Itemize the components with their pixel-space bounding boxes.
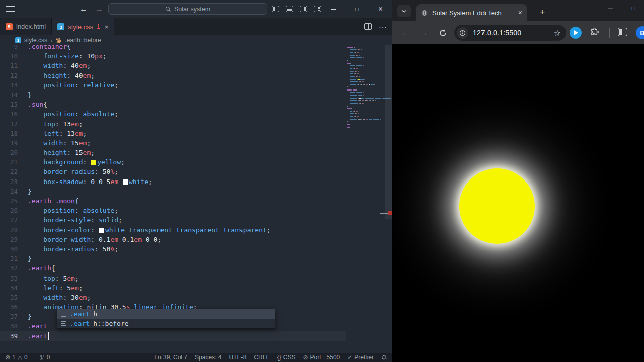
- customize-layout-icon[interactable]: [314, 6, 321, 12]
- browser-maximize-button[interactable]: □: [623, 0, 643, 16]
- tab-style-css[interactable]: 3 style.css 1 ×: [52, 18, 114, 35]
- code-line[interactable]: 11 width: 40em;: [0, 61, 346, 70]
- new-tab-button[interactable]: +: [535, 5, 549, 19]
- menu-hamburger-icon[interactable]: [6, 6, 15, 12]
- code-line[interactable]: 31}: [0, 254, 346, 263]
- breadcrumb-symbol[interactable]: .earth::before: [65, 37, 101, 44]
- line-number: 35: [0, 293, 28, 302]
- layout-controls: [272, 0, 321, 18]
- line-number: 23: [0, 177, 28, 187]
- browser-tab[interactable]: Solar System Eddi Tech ×: [416, 4, 527, 21]
- code-line[interactable]: 18 left: 13em;: [0, 129, 346, 138]
- tab-search-button[interactable]: [397, 5, 411, 17]
- code-line[interactable]: 24}: [0, 187, 346, 196]
- editor-actions: ···: [364, 18, 387, 35]
- browser-minimize-button[interactable]: ─: [600, 0, 620, 16]
- vscode-maximize-button[interactable]: □: [345, 0, 369, 18]
- code-line[interactable]: 35 width: 30em;: [0, 293, 346, 302]
- code-line[interactable]: 21 background: yellow;: [0, 157, 346, 167]
- extensions-puzzle-icon[interactable]: [590, 27, 599, 39]
- code-line[interactable]: 39.eart: [0, 331, 346, 341]
- code-line[interactable]: 12 height: 40em;: [0, 71, 346, 80]
- indentation[interactable]: Spaces: 4: [195, 354, 221, 361]
- address-bar[interactable]: 127.0.0.1:5500 ☆: [454, 25, 566, 41]
- problems-errors[interactable]: ⊗ 1: [5, 354, 16, 361]
- code-line[interactable]: 15.sun{: [0, 100, 346, 109]
- live-server-port[interactable]: ⊘ Port : 5500: [303, 354, 340, 361]
- code-line[interactable]: 28 border-color: white transparent trans…: [0, 225, 346, 235]
- history-back-icon[interactable]: ←: [78, 4, 89, 15]
- code-line[interactable]: 22 border-radius: 50%;: [0, 167, 346, 176]
- breadcrumb-file[interactable]: style.css: [24, 37, 47, 44]
- code-line[interactable]: 17 top: 13em;: [0, 119, 346, 129]
- code-line[interactable]: 14}: [0, 90, 346, 100]
- code-editor[interactable]: 9.container{10 font-size: 10px;11 width:…: [0, 45, 392, 353]
- code-line[interactable]: 33 top: 5em;: [0, 274, 346, 283]
- code-line[interactable]: 30 border-radius: 50%;: [0, 244, 346, 254]
- tab-label: style.css: [68, 23, 93, 31]
- vscode-tabbar: 5 index.html 3 style.css 1 × ···: [0, 18, 392, 35]
- vscode-close-button[interactable]: ×: [369, 0, 392, 18]
- code-line[interactable]: 9.container{: [0, 45, 346, 51]
- code-line[interactable]: 32.earth{: [0, 263, 346, 273]
- eol-sequence[interactable]: CRLF: [254, 354, 269, 361]
- code-line[interactable]: 20 height: 15em;: [0, 148, 346, 157]
- cursor-position[interactable]: Ln 39, Col 7: [154, 354, 187, 361]
- suggestion-item[interactable]: .earth::before: [57, 319, 275, 328]
- code-line[interactable]: 29 border-width: 0.1em 0.1em 0 0;: [0, 235, 346, 244]
- error-count: 1: [12, 354, 16, 361]
- toggle-sidebar-icon[interactable]: [272, 6, 279, 12]
- line-number: 39: [0, 331, 28, 341]
- site-info-button[interactable]: [457, 27, 468, 39]
- error-icon: ⊗: [5, 354, 10, 360]
- line-number: 12: [0, 71, 28, 80]
- suggestion-item[interactable]: .earth: [57, 309, 275, 319]
- code-line[interactable]: 10 font-size: 10px;: [0, 51, 346, 61]
- code-line[interactable]: 16 position: absolute;: [0, 109, 346, 119]
- toggle-panel-icon[interactable]: [286, 6, 293, 12]
- formatter[interactable]: ✓ Prettier: [347, 354, 374, 361]
- vscode-statusbar: ⊗ 1 △ 0 0 Ln 39, Col 7: [0, 353, 392, 362]
- reload-icon[interactable]: [437, 27, 449, 39]
- suggestion-kind-icon: [61, 321, 66, 326]
- line-number: 20: [0, 148, 28, 157]
- tab-index-html[interactable]: 5 index.html: [0, 18, 52, 35]
- line-number: 24: [0, 187, 28, 196]
- browser-forward-icon[interactable]: →: [418, 27, 430, 39]
- line-number: 26: [0, 206, 28, 215]
- side-panel-icon[interactable]: [618, 28, 627, 36]
- code-line[interactable]: 19 width: 15em;: [0, 138, 346, 148]
- editor-scrollbar[interactable]: [385, 45, 392, 353]
- encoding[interactable]: UTF-8: [229, 354, 246, 361]
- url-text[interactable]: 127.0.0.1:5500: [473, 29, 549, 37]
- vscode-minimize-button[interactable]: ─: [321, 0, 345, 18]
- problems-warnings[interactable]: △ 0: [18, 354, 28, 361]
- more-actions-icon[interactable]: ···: [379, 23, 387, 31]
- profile-avatar[interactable]: B: [636, 26, 644, 39]
- notifications-bell-icon[interactable]: [381, 354, 387, 361]
- toggle-secondary-sidebar-icon[interactable]: [300, 6, 307, 12]
- browser-back-icon[interactable]: ←: [399, 27, 412, 39]
- extension-play-icon[interactable]: [570, 27, 582, 39]
- code-line[interactable]: 23 box-shadow: 0 0 5em white;: [0, 177, 346, 187]
- code-line[interactable]: 26 position: absolute;: [0, 206, 346, 215]
- code-line[interactable]: 13 position: relative;: [0, 80, 346, 90]
- css-rule-symbol-icon: [55, 37, 62, 44]
- code-line[interactable]: 27 border-style: solid;: [0, 215, 346, 225]
- line-number: 21: [0, 157, 28, 167]
- minimap[interactable]: [347, 47, 383, 129]
- vscode-window: ← → Solar system ─ □ × 5 index.html 3: [0, 0, 392, 362]
- ports-indicator[interactable]: 0: [39, 354, 50, 361]
- language-mode[interactable]: {} CSS: [277, 354, 296, 361]
- history-forward-icon[interactable]: →: [94, 4, 105, 15]
- line-number: 33: [0, 274, 28, 283]
- tab-close-icon[interactable]: ×: [518, 9, 522, 17]
- split-editor-icon[interactable]: [364, 23, 372, 30]
- info-icon: [459, 30, 466, 36]
- tab-close-icon[interactable]: ×: [105, 23, 109, 31]
- command-center-search[interactable]: Solar system: [108, 3, 267, 15]
- bookmark-star-icon[interactable]: ☆: [554, 28, 561, 38]
- code-line[interactable]: 34 left: 5em;: [0, 283, 346, 293]
- scrollbar-thumb[interactable]: [385, 45, 392, 219]
- code-line[interactable]: 25.earth .moon{: [0, 196, 346, 206]
